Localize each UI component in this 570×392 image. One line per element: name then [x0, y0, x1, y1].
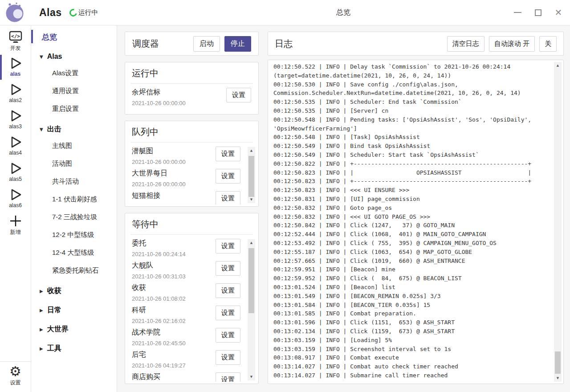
- sidebar-group-Alas[interactable]: ▼Alas: [31, 49, 117, 64]
- section-title: 队列中: [130, 121, 253, 143]
- list-scrollbar[interactable]: ▲▼: [248, 239, 255, 380]
- scheduler-panel: 调度器 启动 停止: [125, 32, 259, 56]
- scrollbar-thumb[interactable]: [248, 156, 254, 197]
- rail-item-alas2[interactable]: alas2: [0, 82, 31, 106]
- svg-text:</>: </>: [11, 33, 20, 39]
- rail-item-alas3[interactable]: alas3: [0, 109, 31, 132]
- sidebar-item[interactable]: 12-4 大型练级: [31, 244, 117, 261]
- list-scrollbar[interactable]: ▲▼: [248, 147, 255, 203]
- task-settings-button[interactable]: 设置: [216, 328, 240, 343]
- sidebar-item[interactable]: 1-1 伏击刷好感: [31, 190, 117, 208]
- sidebar-item[interactable]: 活动图: [31, 155, 117, 172]
- log-line: 00:13:03.159 | INFO | [Loading] 5%: [273, 336, 552, 345]
- scroll-up-icon[interactable]: ▲: [554, 62, 562, 69]
- task-settings-button[interactable]: 设置: [216, 169, 240, 184]
- scheduler-status: 运行中: [78, 8, 98, 17]
- close-icon: ✕: [555, 8, 562, 17]
- title-bar: Alas 运行中 总览 ✕: [0, 0, 570, 25]
- sidebar-item[interactable]: 7-2 三战捡垃圾: [31, 208, 117, 226]
- log-line: 00:13:01.524 | INFO | [Beacon] list: [273, 283, 552, 292]
- autoscroll-on-button[interactable]: 自动滚动 开: [489, 36, 535, 52]
- sidebar-item[interactable]: 紧急委托刷钻石: [31, 261, 117, 279]
- rail-item-alas4[interactable]: alas4: [0, 135, 31, 158]
- sidebar-item[interactable]: 主线图: [31, 137, 117, 155]
- scroll-down-icon[interactable]: ▼: [248, 196, 255, 203]
- section-title: 等待中: [130, 213, 253, 235]
- log-scrollbar[interactable]: ▲▼: [554, 62, 562, 382]
- log-output: 00:12:50.522 | INFO | Delay task `Commis…: [268, 60, 564, 384]
- task-settings-button[interactable]: 设置: [216, 350, 240, 365]
- window-controls: ✕: [513, 8, 563, 17]
- plus-icon: [9, 214, 22, 228]
- chevron-down-icon: ▼: [40, 127, 43, 132]
- sidebar-group-label: 大世界: [47, 325, 69, 334]
- maximize-button[interactable]: [533, 8, 542, 17]
- log-line: 00:12:55.187 | INFO | Click (1063, 654) …: [273, 248, 552, 257]
- play-icon: [8, 135, 23, 149]
- rail-item-label: alas: [10, 71, 20, 77]
- task-row: 后宅2021-10-26 04:19:27设置: [132, 349, 240, 371]
- task-settings-button[interactable]: 设置: [216, 147, 240, 161]
- task-settings-button[interactable]: 设置: [216, 306, 240, 320]
- rail-item-settings[interactable]: ⚙设置: [0, 364, 31, 389]
- log-line: 00:12:50.535 | INFO | [Server] cn: [273, 106, 552, 115]
- sidebar-item[interactable]: Alas设置: [31, 64, 117, 82]
- sidebar-group-大世界[interactable]: ▶大世界: [31, 322, 117, 337]
- log-line: 00:13:02.134 | INFO | Click (1159, 673) …: [273, 327, 552, 336]
- sidebar-item[interactable]: 通用设置: [31, 82, 117, 100]
- chevron-right-icon: ▶: [40, 327, 43, 332]
- rail-item-label: 开发: [10, 45, 21, 52]
- minimize-button[interactable]: [513, 8, 522, 17]
- log-line: 00:12:57.665 | INFO | Click (1019, 660) …: [273, 257, 552, 265]
- autoscroll-off-button[interactable]: 关: [539, 36, 557, 52]
- task-settings-button[interactable]: 设置: [216, 239, 240, 253]
- rail-item-alas[interactable]: alas: [0, 56, 31, 79]
- sidebar-item[interactable]: 重启设置: [31, 100, 117, 118]
- rail-item-add[interactable]: 新增: [0, 214, 31, 237]
- log-line: 00:13:01.596 | INFO | Click (1151, 653) …: [273, 318, 552, 327]
- sidebar-group-工具[interactable]: ▶工具: [31, 341, 117, 356]
- rail-item-alas5[interactable]: alas5: [0, 161, 31, 184]
- task-settings-button[interactable]: 设置: [216, 261, 240, 276]
- task-settings-button[interactable]: 设置: [216, 283, 240, 298]
- scroll-down-icon[interactable]: ▼: [554, 375, 562, 382]
- rail-item-alas6[interactable]: alas6: [0, 188, 31, 211]
- task-row: 短猫相接2021-10-26 00:00:00设置: [132, 190, 240, 204]
- scrollbar-thumb[interactable]: [248, 248, 254, 313]
- clear-log-button[interactable]: 清空日志: [447, 36, 484, 52]
- stop-button[interactable]: 停止: [224, 36, 251, 52]
- sidebar-item[interactable]: 共斗活动: [31, 172, 117, 190]
- task-settings-button[interactable]: 设置: [216, 191, 240, 204]
- log-line: 00:12:52.444 | INFO | Click (1068, 401) …: [273, 230, 552, 239]
- task-row: 战术学院2021-10-26 02:45:50设置: [132, 327, 240, 349]
- log-line: 00:12:50.823 | INFO | +-----------------…: [273, 177, 552, 186]
- scroll-down-icon[interactable]: ▼: [248, 373, 255, 380]
- sidebar-group-出击[interactable]: ▼出击: [31, 122, 117, 137]
- sidebar-item-overview[interactable]: 总览: [31, 29, 117, 45]
- log-line: 00:12:50.549 | INFO | Bind task OpsiAshA…: [273, 142, 552, 151]
- section-title: 运行中: [130, 62, 253, 84]
- log-line: 00:13:14.027 | INFO | Submarine call tim…: [273, 371, 552, 380]
- rail-item-dev[interactable]: </>开发: [0, 30, 31, 53]
- scroll-up-icon[interactable]: ▲: [248, 239, 255, 246]
- task-settings-button[interactable]: 设置: [216, 372, 240, 382]
- sidebar-group-收获[interactable]: ▶收获: [31, 283, 117, 298]
- task-list: 委托2021-10-26 00:24:14设置大舰队2021-10-26 00:…: [125, 237, 248, 382]
- play-icon: [8, 56, 23, 70]
- log-line: 00:12:50.535 | INFO | Scheduler: End tas…: [273, 98, 552, 106]
- sidebar-item[interactable]: 12-2 中型练级: [31, 226, 117, 244]
- play-icon: [8, 188, 23, 202]
- task-settings-button[interactable]: 设置: [226, 88, 251, 102]
- task-row: 科研2021-10-26 02:16:02设置: [132, 304, 240, 327]
- sidebar-group-日常[interactable]: ▶日常: [31, 302, 117, 318]
- page-title: 总览: [336, 8, 350, 17]
- maximize-icon: [535, 9, 542, 16]
- scroll-up-icon[interactable]: ▲: [248, 147, 255, 154]
- close-button[interactable]: ✕: [554, 8, 563, 17]
- scrollbar-thumb[interactable]: [555, 351, 561, 374]
- start-button[interactable]: 启动: [193, 36, 220, 52]
- log-line: 00:12:50.522 | INFO | Delay task `Commis…: [273, 62, 552, 80]
- log-line: 00:12:59.951 | INFO | [Beacon] mine: [273, 265, 552, 274]
- task-row: 余烬信标2021-10-26 00:00:00设置: [132, 86, 251, 112]
- sidebar-group-label: Alas: [47, 53, 62, 61]
